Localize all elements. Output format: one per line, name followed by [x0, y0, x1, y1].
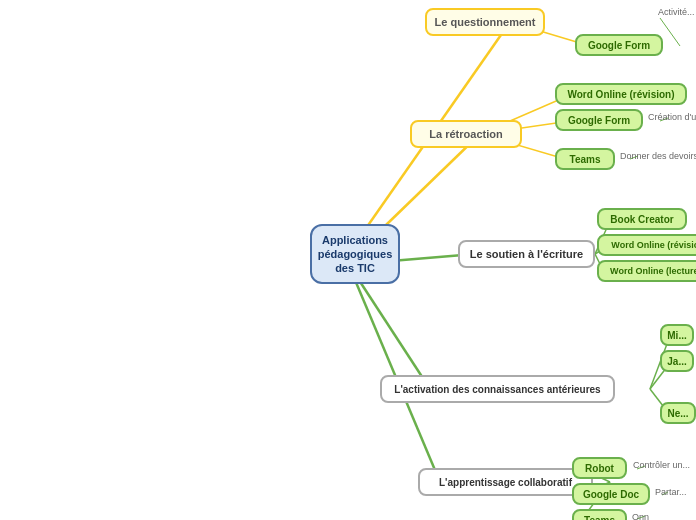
branch-apprentissage-collab[interactable]: L'apprentissage collaboratif — [418, 468, 593, 496]
svg-line-18 — [660, 18, 680, 46]
text-devoirs: Donner des devoirs et... — [620, 151, 696, 161]
leaf-book-creator[interactable]: Book Creator — [597, 208, 687, 230]
text-controler: Contrôler un... — [633, 460, 690, 470]
text-creation: Création d'un... — [648, 112, 696, 122]
branch-retroaction[interactable]: La rétroaction — [410, 120, 522, 148]
leaf-google-doc[interactable]: Google Doc — [572, 483, 650, 505]
text-activite: Activité... — [658, 7, 695, 17]
leaf-mi[interactable]: Mi... — [660, 324, 694, 346]
branch-questionnement[interactable]: Le questionnement — [425, 8, 545, 36]
center-node[interactable]: Applications pédagogiques des TIC — [310, 224, 400, 284]
leaf-teams-1[interactable]: Teams — [555, 148, 615, 170]
branch-activation[interactable]: L'activation des connaissances antérieur… — [380, 375, 615, 403]
text-partager: Partar... — [655, 487, 687, 497]
leaf-word-online-rev1[interactable]: Word Online (révision) — [555, 83, 687, 105]
svg-line-3 — [355, 274, 430, 389]
branch-soutien-ecriture[interactable]: Le soutien à l'écriture — [458, 240, 595, 268]
leaf-google-form-1[interactable]: Google Form — [575, 34, 663, 56]
mindmap-canvas: Applications pédagogiques des TIC Le que… — [0, 0, 696, 520]
leaf-ne[interactable]: Ne... — [660, 402, 696, 424]
leaf-word-online-rev2[interactable]: Word Online (révision — [597, 234, 696, 256]
leaf-robot[interactable]: Robot — [572, 457, 627, 479]
leaf-word-online-lec[interactable]: Word Online (lecture... — [597, 260, 696, 282]
leaf-teams-2[interactable]: Teams — [572, 509, 627, 520]
text-onn: Onn — [632, 512, 649, 520]
leaf-ja[interactable]: Ja... — [660, 350, 694, 372]
leaf-google-form-2[interactable]: Google Form — [555, 109, 643, 131]
